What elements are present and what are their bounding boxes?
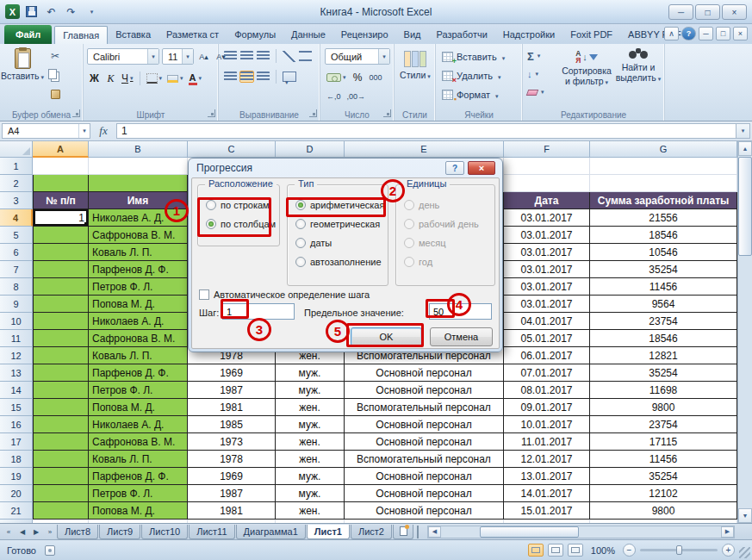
cell-C13[interactable]: 1969 xyxy=(188,364,276,382)
column-header-E[interactable]: E xyxy=(345,141,504,158)
cell-F2[interactable] xyxy=(504,175,590,192)
redo-button[interactable]: ↷ xyxy=(63,3,79,20)
cell-B2[interactable] xyxy=(89,175,188,192)
cell-A11[interactable] xyxy=(33,330,89,347)
cell-A8[interactable] xyxy=(33,278,89,296)
cell-D18[interactable]: жен. xyxy=(276,451,345,468)
cancel-button[interactable]: Отмена xyxy=(430,327,493,346)
sheet-tab-Лист9[interactable]: Лист9 xyxy=(99,525,140,539)
name-box[interactable]: A4 ▾ xyxy=(2,123,90,139)
cell-B21[interactable]: Попова М. Д. xyxy=(89,502,188,520)
restore-button[interactable]: □ xyxy=(695,4,720,20)
cell-A16[interactable] xyxy=(33,416,89,433)
page-layout-view-icon[interactable] xyxy=(548,544,563,557)
row-header-3[interactable]: 3 xyxy=(0,192,33,209)
cell-F12[interactable]: 06.01.2017 xyxy=(504,347,590,364)
column-header-G[interactable]: G xyxy=(590,141,737,158)
number-format-combo[interactable]: Общий ▾ xyxy=(325,48,390,65)
cell-A19[interactable] xyxy=(33,468,89,485)
formula-input[interactable]: 1 xyxy=(116,123,736,139)
cell-G14[interactable]: 11698 xyxy=(590,382,737,399)
horizontal-scrollbar[interactable]: ◀ ▶ xyxy=(427,526,735,538)
cell-B1[interactable] xyxy=(89,158,188,175)
cell-E14[interactable]: Основной персонал xyxy=(345,382,504,399)
radio-icon[interactable] xyxy=(295,219,306,229)
cell-F13[interactable]: 07.01.2017 xyxy=(504,364,590,382)
row-header-12[interactable]: 12 xyxy=(0,347,33,364)
cell-A20[interactable] xyxy=(33,485,89,502)
insert-cells-dropdown-icon[interactable] xyxy=(500,52,506,62)
cell-D13[interactable]: муж. xyxy=(276,364,345,382)
cell-F3[interactable]: Дата xyxy=(504,192,590,209)
italic-button[interactable]: К xyxy=(103,71,118,87)
sheet-tab-Лист1[interactable]: Лист1 xyxy=(307,525,350,539)
cell-F18[interactable]: 12.01.2017 xyxy=(504,451,590,468)
font-color-button[interactable]: А xyxy=(187,71,203,87)
cell-A15[interactable] xyxy=(33,399,89,416)
ribbon-tab-Главная[interactable]: Главная xyxy=(54,26,108,45)
radio-option-даты[interactable]: даты xyxy=(295,237,386,249)
checkbox-icon[interactable] xyxy=(199,289,209,300)
find-select-button[interactable]: Найти и выделить xyxy=(614,48,662,84)
comma-format-button[interactable]: 000 xyxy=(368,69,384,85)
cell-C14[interactable]: 1987 xyxy=(188,382,276,399)
select-all-corner[interactable] xyxy=(0,141,33,158)
autosum-button[interactable]: Σ xyxy=(527,49,544,63)
number-format-dropdown-icon[interactable]: ▾ xyxy=(378,49,389,64)
cell-A17[interactable] xyxy=(33,433,89,451)
underline-button[interactable]: Ч xyxy=(120,71,135,87)
row-header-13[interactable]: 13 xyxy=(0,364,33,382)
delete-cells-dropdown-icon[interactable] xyxy=(496,71,501,81)
file-tab[interactable]: Файл xyxy=(4,25,52,44)
cell-C17[interactable]: 1973 xyxy=(188,433,276,451)
cell-A4[interactable]: 1 xyxy=(33,209,89,227)
cell-B8[interactable]: Петров Ф. Л. xyxy=(89,278,188,296)
scroll-up-icon[interactable]: ▲ xyxy=(738,141,752,156)
vertical-scrollbar[interactable]: ▲ ▼ xyxy=(737,141,752,523)
cell-A12[interactable] xyxy=(33,347,89,364)
cell-G11[interactable]: 18546 xyxy=(590,330,737,347)
styles-button[interactable]: Стили xyxy=(398,47,432,109)
alignment-dialog-launcher-icon[interactable] xyxy=(309,109,317,117)
clipboard-dialog-launcher-icon[interactable] xyxy=(72,109,80,117)
cell-G12[interactable]: 12821 xyxy=(590,347,737,364)
bold-button[interactable]: Ж xyxy=(87,71,102,87)
row-header-14[interactable]: 14 xyxy=(0,382,33,399)
minimize-button[interactable]: ─ xyxy=(668,4,693,20)
last-sheet-icon[interactable]: » xyxy=(43,526,57,538)
row-header-9[interactable]: 9 xyxy=(0,296,33,313)
insert-function-button[interactable]: fx xyxy=(90,121,116,140)
delete-cells-button[interactable]: × Удалить xyxy=(442,67,501,84)
format-cells-dropdown-icon[interactable] xyxy=(494,90,499,100)
increase-decimal-button[interactable]: ←,0 xyxy=(325,88,343,104)
cut-button[interactable]: ✂ xyxy=(45,48,65,64)
fill-button[interactable]: ↓ xyxy=(527,67,544,81)
cell-G8[interactable]: 11456 xyxy=(590,278,737,296)
grow-font-button[interactable]: А▴ xyxy=(196,48,211,65)
cell-G9[interactable]: 9564 xyxy=(590,296,737,313)
cell-B17[interactable]: Сафронова В. М. xyxy=(89,433,188,451)
cell-A13[interactable] xyxy=(33,364,89,382)
ribbon-tab-Вставка[interactable]: Вставка xyxy=(108,25,158,44)
cell-A9[interactable] xyxy=(33,296,89,313)
row-header-2[interactable]: 2 xyxy=(0,175,33,192)
cell-A3[interactable]: № п/п xyxy=(33,192,89,209)
column-header-B[interactable]: B xyxy=(89,141,188,158)
column-header-F[interactable]: F xyxy=(504,141,590,158)
align-bottom-icon[interactable] xyxy=(257,51,270,61)
excel-app-icon[interactable]: X xyxy=(5,4,20,19)
cell-D21[interactable]: жен. xyxy=(276,502,345,520)
cell-D20[interactable]: муж. xyxy=(276,485,345,502)
normal-view-icon[interactable] xyxy=(528,544,544,557)
column-header-A[interactable]: A xyxy=(33,141,89,158)
zoom-slider[interactable] xyxy=(640,549,718,551)
tab-splitter-handle[interactable] xyxy=(417,526,420,538)
cell-F15[interactable]: 09.01.2017 xyxy=(504,399,590,416)
sheet-tab-Лист2[interactable]: Лист2 xyxy=(351,525,392,539)
cell-B19[interactable]: Парфенов Д. Ф. xyxy=(89,468,188,485)
workbook-minimize-icon[interactable]: ─ xyxy=(699,27,713,40)
cell-D17[interactable]: жен. xyxy=(276,433,345,451)
ribbon-tab-Разметка ст[interactable]: Разметка ст xyxy=(158,25,227,44)
cell-G13[interactable]: 35254 xyxy=(590,364,737,382)
cell-G17[interactable]: 17115 xyxy=(590,433,737,451)
